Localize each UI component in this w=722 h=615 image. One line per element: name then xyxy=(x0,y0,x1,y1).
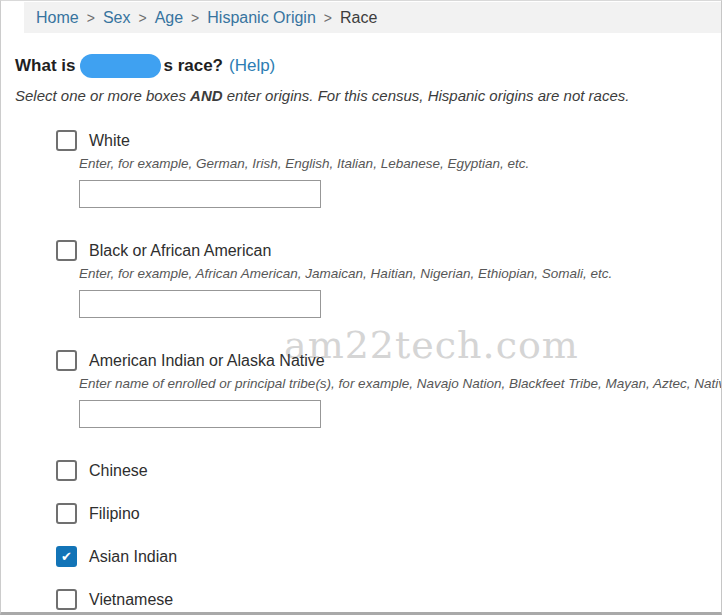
race-row: American Indian or Alaska Native xyxy=(56,350,721,371)
help-link[interactable]: (Help) xyxy=(229,56,275,76)
origin-input-american-indian-or-alaska-native[interactable] xyxy=(79,400,321,428)
race-row: Chinese xyxy=(56,460,721,481)
origin-input-white[interactable] xyxy=(79,180,321,208)
race-label-american-indian-or-alaska-native[interactable]: American Indian or Alaska Native xyxy=(89,352,325,370)
race-hint-white: Enter, for example, German, Irish, Engli… xyxy=(79,156,721,171)
instruction-part2: enter origins. For this census, Hispanic… xyxy=(223,87,630,104)
race-label-white[interactable]: White xyxy=(89,132,130,150)
breadcrumb-link-sex[interactable]: Sex xyxy=(103,9,131,27)
breadcrumb-separator: > xyxy=(324,10,332,26)
checkbox-chinese[interactable] xyxy=(56,460,77,481)
race-section-american-indian: American Indian or Alaska Native Enter n… xyxy=(56,350,721,428)
origin-input-black-or-african-american[interactable] xyxy=(79,290,321,318)
breadcrumb-link-home[interactable]: Home xyxy=(36,9,79,27)
breadcrumb: Home > Sex > Age > Hispanic Origin > Rac… xyxy=(24,2,721,33)
race-row: ✔ Asian Indian xyxy=(56,546,721,567)
instruction-part1: Select one or more boxes xyxy=(15,87,190,104)
race-section-black: Black or African American Enter, for exa… xyxy=(56,240,721,318)
breadcrumb-separator: > xyxy=(191,10,199,26)
question-suffix: s race? xyxy=(163,56,223,76)
race-row: White xyxy=(56,130,721,151)
race-section-filipino: Filipino xyxy=(56,503,721,524)
race-label-vietnamese[interactable]: Vietnamese xyxy=(89,591,173,609)
race-hint-black-or-african-american: Enter, for example, African American, Ja… xyxy=(79,266,721,281)
checkbox-vietnamese[interactable] xyxy=(56,589,77,610)
breadcrumb-link-hispanic-origin[interactable]: Hispanic Origin xyxy=(207,9,315,27)
race-row: Vietnamese xyxy=(56,589,721,610)
checkbox-american-indian-or-alaska-native[interactable] xyxy=(56,350,77,371)
checkbox-filipino[interactable] xyxy=(56,503,77,524)
race-label-filipino[interactable]: Filipino xyxy=(89,505,140,523)
race-section-chinese: Chinese xyxy=(56,460,721,481)
race-section-asian-indian: ✔ Asian Indian xyxy=(56,546,721,567)
race-label-chinese[interactable]: Chinese xyxy=(89,462,148,480)
breadcrumb-link-age[interactable]: Age xyxy=(155,9,183,27)
race-hint-american-indian-or-alaska-native: Enter name of enrolled or principal trib… xyxy=(79,376,721,391)
instruction-bold-and: AND xyxy=(190,87,223,104)
checkbox-black-or-african-american[interactable] xyxy=(56,240,77,261)
race-row: Filipino xyxy=(56,503,721,524)
question-prefix: What is xyxy=(15,56,75,76)
redacted-name-pill xyxy=(80,54,161,78)
checkbox-asian-indian[interactable]: ✔ xyxy=(56,546,77,567)
race-label-black-or-african-american[interactable]: Black or African American xyxy=(89,242,271,260)
race-section-vietnamese: Vietnamese xyxy=(56,589,721,610)
breadcrumb-separator: > xyxy=(138,10,146,26)
instruction-text: Select one or more boxes AND enter origi… xyxy=(15,87,629,104)
race-options-list: White Enter, for example, German, Irish,… xyxy=(56,130,721,615)
breadcrumb-current-race: Race xyxy=(340,9,377,27)
checkbox-white[interactable] xyxy=(56,130,77,151)
race-row: Black or African American xyxy=(56,240,721,261)
race-section-white: White Enter, for example, German, Irish,… xyxy=(56,130,721,208)
breadcrumb-separator: > xyxy=(87,10,95,26)
race-label-asian-indian[interactable]: Asian Indian xyxy=(89,548,177,566)
question-title: What is s race? (Help) xyxy=(15,54,275,78)
